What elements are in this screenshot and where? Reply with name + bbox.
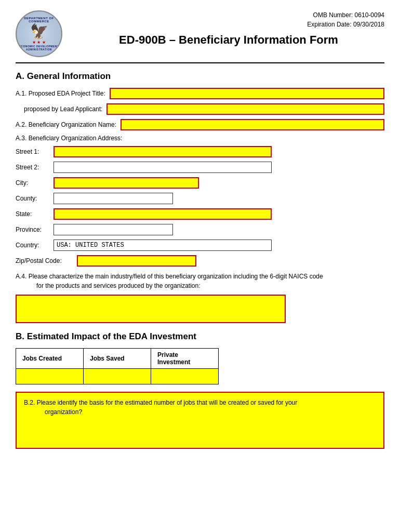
jobs-table: Jobs Created Jobs Saved Private Investme…	[16, 348, 219, 384]
section-b-title: B. Estimated Impact of the EDA Investmen…	[16, 331, 384, 342]
state-row: State:	[16, 208, 384, 220]
logo-stars: ★ ★ ★	[32, 40, 45, 45]
country-input[interactable]: USA: UNITED STATES	[54, 240, 272, 251]
jobs-created-cell[interactable]	[16, 369, 84, 384]
street1-label: Street 1:	[16, 148, 49, 155]
b2-text-line2: organization?	[45, 408, 82, 416]
city-row: City:	[16, 177, 384, 189]
street2-row: Street 2:	[16, 162, 384, 173]
page: DEPARTMENT OF COMMERCE 🦅 ★ ★ ★ ECONOMIC …	[0, 0, 400, 464]
province-row: Province:	[16, 224, 384, 235]
b2-text-line1: B.2. Please identify the basis for the e…	[24, 399, 297, 406]
omb-number: OMB Number: 0610-0094	[281, 10, 384, 20]
section-a-title: A. General Information	[16, 71, 384, 82]
zip-label: Zip/Postal Code:	[16, 257, 73, 264]
header-divider	[16, 62, 384, 63]
naics-input[interactable]	[16, 295, 286, 323]
proposed-input[interactable]	[106, 103, 384, 115]
logo-text-top: DEPARTMENT OF COMMERCE	[17, 17, 61, 23]
col-jobs-saved: Jobs Saved	[84, 349, 151, 369]
a4-label: A.4. Please characterize the main indust…	[16, 272, 384, 290]
a1-label: A.1. Proposed EDA Project Title:	[16, 90, 105, 97]
b2-text: B.2. Please identify the basis for the e…	[24, 398, 376, 417]
eda-logo: DEPARTMENT OF COMMERCE 🦅 ★ ★ ★ ECONOMIC …	[16, 10, 62, 57]
county-label: County:	[16, 195, 49, 202]
logo-eagle-icon: 🦅	[30, 23, 48, 40]
state-label: State:	[16, 210, 49, 218]
proposed-row: proposed by Lead Applicant:	[24, 103, 384, 115]
country-label: Country:	[16, 242, 49, 249]
col-private-investment: Private Investment	[151, 349, 219, 369]
page-title: ED-900B – Beneficiary Information Form	[73, 33, 384, 47]
city-input[interactable]	[54, 177, 199, 189]
b2-box: B.2. Please identify the basis for the e…	[16, 392, 384, 449]
zip-input[interactable]	[77, 255, 196, 267]
jobs-saved-cell[interactable]	[84, 369, 151, 384]
province-label: Province:	[16, 226, 49, 233]
omb-expiration: Expiration Date: 09/30/2018	[281, 20, 384, 29]
state-input[interactable]	[54, 208, 272, 220]
county-input[interactable]	[54, 193, 173, 204]
a4-label-text: A.4. Please characterize the main indust…	[16, 273, 323, 280]
a4-label-text2: for the products and services produced b…	[36, 282, 201, 289]
city-label: City:	[16, 179, 49, 187]
proposed-label: proposed by Lead Applicant:	[24, 105, 102, 113]
a2-input[interactable]	[121, 119, 384, 130]
a2-row: A.2. Beneficiary Organization Name:	[16, 119, 384, 130]
county-row: County:	[16, 193, 384, 204]
country-value: USA: UNITED STATES	[57, 242, 124, 249]
zip-row: Zip/Postal Code:	[16, 255, 384, 267]
logo-text-bottom: ECONOMIC DEVELOPMENT ADMINISTRATION	[17, 45, 61, 51]
section-b: B. Estimated Impact of the EDA Investmen…	[16, 331, 384, 449]
street2-input[interactable]	[54, 162, 272, 173]
country-row: Country: USA: UNITED STATES	[16, 240, 384, 251]
table-row	[16, 369, 219, 384]
a1-input[interactable]	[110, 88, 384, 99]
col-jobs-created: Jobs Created	[16, 349, 84, 369]
a2-label: A.2. Beneficiary Organization Name:	[16, 121, 116, 128]
a3-label: A.3. Beneficiary Organization Address:	[16, 135, 384, 142]
a4-block: A.4. Please characterize the main indust…	[16, 272, 384, 323]
street2-label: Street 2:	[16, 164, 49, 171]
street1-input[interactable]	[54, 146, 272, 157]
omb-block: OMB Number: 0610-0094 Expiration Date: 0…	[281, 10, 384, 29]
private-investment-cell[interactable]	[151, 369, 219, 384]
a1-row: A.1. Proposed EDA Project Title:	[16, 88, 384, 99]
province-input[interactable]	[54, 224, 173, 235]
street1-row: Street 1:	[16, 146, 384, 157]
